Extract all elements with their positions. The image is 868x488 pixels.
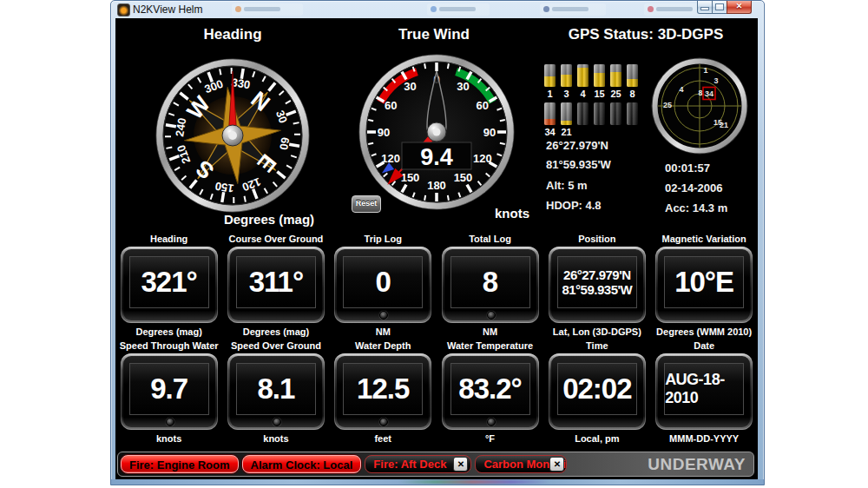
display-unit: MMM-DD-YYYY [669, 433, 739, 444]
wind-scale-label: 180 [427, 179, 446, 192]
alarm-button-alarm-clock-local[interactable]: Alarm Clock: Local [242, 455, 362, 473]
satellite-id-label: 15 [590, 89, 608, 101]
display-screen-position: 26°27.979'N81°59.935'W [549, 247, 646, 323]
heading-gauge-unit: Degrees (mag) [182, 212, 356, 227]
dismiss-alarm-icon[interactable]: ✕ [453, 457, 468, 472]
alarm-buttons: Fire: Engine RoomAlarm Clock: LocalFire:… [121, 455, 567, 473]
satellite-id-label: 34 [541, 127, 559, 139]
alarm-button-fire-aft-deck[interactable]: Fire: Aft Deck✕ [365, 455, 471, 473]
sky-satellite-3: 3 [713, 76, 718, 85]
compass-card-label-60: 60 [277, 136, 292, 151]
display-position: Position26°27.979'N81°59.935'WLat, Lon (… [543, 234, 650, 337]
app-window: N2KView Helm Heading [110, 0, 765, 485]
display-unit: knots [263, 433, 288, 444]
heading-compass-gauge: N3060E120150S210240W300330 [148, 50, 318, 221]
background-window-ghost[interactable] [427, 3, 490, 16]
display-unit: NM [376, 326, 391, 337]
display-label: Water Temperature [447, 340, 533, 352]
gps-date: 02-14-2006 [665, 181, 723, 195]
display-row-2: Speed Through Water9.7knotsSpeed Over Gr… [115, 340, 758, 444]
display-unit: Degrees (mag) [243, 326, 309, 337]
display-unit: Degrees (mag) [135, 326, 201, 337]
display-label: Magnetic Variation [662, 234, 746, 245]
maximize-button[interactable] [713, 1, 727, 14]
display-screen-water-temperature: 83.2° [442, 353, 539, 430]
speed-through-water-reset-dot[interactable] [166, 418, 174, 426]
gps-time: 00:01:57 [665, 162, 710, 175]
true-wind-gauge: 0306090120150180306090120150 9.4 [356, 51, 517, 213]
wind-speed-readout: 9.4 [420, 144, 453, 170]
satellite-signal-bar-8 [627, 64, 638, 87]
gps-latitude: 26°27.979'N [546, 139, 608, 152]
background-window-ghost[interactable] [232, 3, 303, 16]
display-label: Trip Log [365, 234, 402, 245]
display-value: 10°E [664, 256, 744, 308]
speed-over-ground-reset-dot[interactable] [273, 418, 281, 426]
satellite-signal-bar-15 [594, 64, 605, 87]
display-unit: Local, pm [575, 433, 619, 444]
display-course-over-ground: Course Over Ground311°Degrees (mag) [222, 234, 329, 337]
display-label: Water Depth [355, 340, 411, 352]
wind-scale-label: 120 [473, 152, 492, 165]
gps-hdop: HDOP: 4.8 [546, 199, 602, 212]
display-screen-water-depth: 12.5 [334, 353, 431, 430]
satellite-signal-bar [594, 102, 605, 125]
display-value: 12.5 [343, 363, 423, 415]
satellite-id-label: 3 [557, 89, 575, 101]
display-value: 321° [129, 256, 209, 308]
satellite-signal-bar [627, 102, 638, 125]
satellite-id-label [574, 127, 592, 139]
alarm-button-fire-engine-room[interactable]: Fire: Engine Room [121, 455, 239, 473]
minimize-button[interactable] [697, 1, 713, 14]
title-bar[interactable]: N2KView Helm [111, 1, 764, 18]
display-screen-total-log: 8 [442, 247, 539, 323]
heading-gauge-title: Heading [146, 26, 319, 43]
display-screen-trip-log: 0 [334, 247, 431, 323]
sky-satellite-34: 34 [705, 89, 713, 98]
total-log-reset-dot[interactable] [487, 311, 496, 320]
wind-scale-label: 120 [381, 152, 400, 165]
alarm-label: Fire: Aft Deck [373, 455, 446, 473]
dismiss-alarm-icon[interactable]: ✕ [549, 457, 564, 472]
display-value: 83.2° [450, 363, 530, 415]
satellite-id-label [607, 127, 625, 139]
sky-satellite-25: 25 [663, 101, 672, 109]
satellite-id-label: 1 [541, 89, 559, 101]
app-icon [117, 3, 130, 16]
wind-scale-label: 90 [378, 126, 390, 139]
satellite-signal-bars: 134152583421 [544, 64, 638, 139]
wind-scale-label: 90 [483, 126, 496, 139]
wind-scale-label: 30 [404, 80, 416, 93]
display-time: Time02:02Local, pm [543, 340, 650, 444]
display-heading: Heading321°Degrees (mag) [115, 234, 222, 337]
satellite-signal-bar-3 [561, 64, 572, 87]
window-controls [697, 1, 752, 14]
display-screen-time: 02:02 [549, 353, 646, 430]
display-screen-heading: 321° [121, 247, 218, 323]
display-unit: knots [156, 433, 181, 444]
satellite-signal-bar [610, 102, 621, 125]
wind-reset-button[interactable]: Reset [352, 195, 381, 213]
satellite-sky-view: 134834251521 [650, 56, 749, 155]
display-screen-speed-over-ground: 8.1 [227, 353, 325, 430]
window-title: N2KView Helm [133, 3, 202, 16]
satellite-signal-bar-34 [544, 102, 556, 125]
display-value: AUG-18-2010 [664, 363, 744, 415]
display-label: Date [694, 340, 714, 352]
sky-satellite-1: 1 [703, 66, 707, 75]
display-unit: °F [485, 433, 495, 444]
wind-scale-label: 150 [454, 171, 473, 184]
close-button[interactable] [727, 1, 752, 14]
gps-longitude: 81°59.935'W [546, 158, 611, 171]
wind-scale-label: 60 [385, 99, 397, 112]
display-magnetic-variation: Magnetic Variation10°EDegrees (WMM 2010) [650, 234, 757, 337]
alarm-button-carbon-monoxid[interactable]: Carbon Monoxid✕ [475, 455, 567, 473]
helm-dashboard: Heading N3060E120150S2 [115, 18, 758, 479]
background-window-ghost[interactable] [540, 3, 606, 16]
gps-altitude: Alt: 5 m [546, 179, 588, 192]
display-unit: Lat, Lon (3D-DGPS) [553, 326, 641, 337]
display-unit: Degrees (WMM 2010) [656, 326, 752, 337]
display-label: Time [586, 340, 608, 352]
water-temperature-reset-dot[interactable] [487, 418, 496, 426]
satellite-id-label: 4 [574, 89, 592, 101]
